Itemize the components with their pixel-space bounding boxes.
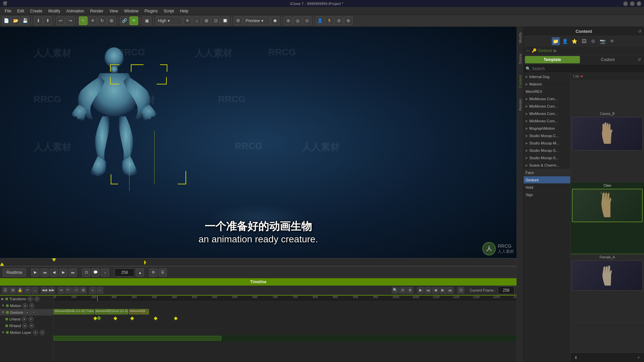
menu-edit[interactable]: Edit bbox=[14, 8, 27, 14]
clip-shout[interactable]: Werewolf@Shout (x1.00) Transition Curve bbox=[95, 309, 128, 314]
cat-hold[interactable]: Hold bbox=[524, 184, 570, 191]
eye-btn[interactable]: 👁 bbox=[129, 16, 138, 25]
next-keyframe-btn[interactable]: ⏭ bbox=[69, 268, 77, 277]
track-visible-gesture[interactable]: ● bbox=[24, 310, 30, 315]
tl-prev3-btn[interactable]: ◀ bbox=[432, 287, 439, 294]
cat-studiomocap-s1[interactable]: ▶ Studio Mocap-S... bbox=[524, 147, 570, 154]
settings-icon-btn[interactable]: ⚙ bbox=[589, 37, 597, 45]
tl-trim-btn[interactable]: ⊢ bbox=[65, 287, 72, 294]
menu-create[interactable]: Create bbox=[28, 8, 45, 14]
track-visible-rhand[interactable]: ● bbox=[22, 323, 28, 328]
track-lock-gesture[interactable]: ✕ bbox=[31, 310, 37, 315]
grid-view-btn[interactable]: ⊞ bbox=[202, 16, 211, 25]
cat-studiomocap-s2[interactable]: ▶ Studio Mocap-S... bbox=[524, 154, 570, 162]
track-lock-motion[interactable]: ✕ bbox=[29, 303, 35, 308]
track-visible-lhand[interactable]: ● bbox=[21, 316, 27, 322]
render-tab[interactable]: Render bbox=[518, 97, 523, 113]
settings-btn2[interactable]: ⚙ bbox=[234, 16, 243, 25]
track-visible-btn[interactable]: ● bbox=[28, 296, 33, 302]
clip-3[interactable]: Werewolf@... bbox=[129, 309, 149, 314]
bounce-btn[interactable]: 💬 bbox=[92, 268, 100, 277]
move-btn[interactable]: ✛ bbox=[88, 16, 97, 25]
cat-mixmoves2[interactable]: ▶ MixMoves Com... bbox=[524, 103, 570, 110]
cat-mixmoves3[interactable]: ▶ MixMoves Com... bbox=[524, 110, 570, 117]
menu-plugins[interactable]: Plugins bbox=[142, 8, 160, 14]
prev-keyframe-btn[interactable]: ⏮ bbox=[41, 268, 49, 277]
link-btn[interactable]: 🔗 bbox=[120, 16, 129, 25]
play-btn[interactable]: ▶ bbox=[31, 268, 39, 277]
frame-btn[interactable]: ⊡ bbox=[211, 16, 220, 25]
prev-frame-btn[interactable]: ◀ bbox=[50, 268, 58, 277]
tl-list-btn[interactable]: ☰ bbox=[2, 287, 9, 294]
frame-up-btn[interactable]: ▲ bbox=[136, 268, 144, 277]
tl-key-btn[interactable]: ⬦ bbox=[32, 287, 38, 294]
menu-view[interactable]: View bbox=[107, 8, 121, 14]
quality-dropdown[interactable]: High ▾ bbox=[156, 16, 182, 25]
save-btn[interactable]: 💾 bbox=[21, 16, 30, 25]
cat-studiomocap-c[interactable]: ▶ Studio Mocap-C... bbox=[524, 132, 570, 139]
tl-end-btn[interactable]: ⏭ bbox=[447, 287, 453, 294]
viewport[interactable]: 人人素材 RRCG 人人素材 RRCG RRCG 人人素材 RRCG 人人素材 … bbox=[0, 27, 517, 258]
search-input[interactable] bbox=[532, 66, 642, 71]
track-lock-rhand[interactable]: ✕ bbox=[29, 323, 34, 328]
minimize-btn[interactable]: — bbox=[623, 1, 628, 6]
menu-window[interactable]: Window bbox=[121, 8, 141, 14]
menu-file[interactable]: File bbox=[2, 8, 14, 14]
tl-lock-btn[interactable]: 🔒 bbox=[17, 287, 23, 294]
record-btn[interactable]: ⏺ bbox=[271, 16, 279, 25]
frame-number[interactable]: 258 bbox=[114, 268, 135, 277]
star-icon-btn[interactable]: ⭐ bbox=[571, 37, 579, 45]
camera-frame-btn[interactable]: ▣ bbox=[143, 16, 151, 25]
new-btn[interactable]: 📄 bbox=[2, 16, 11, 25]
home-btn[interactable]: ⌂ bbox=[193, 16, 201, 25]
tl-unlink-btn[interactable]: ✂ bbox=[24, 287, 31, 294]
import-btn[interactable]: ⬇ bbox=[34, 16, 43, 25]
menu-help[interactable]: Help bbox=[177, 8, 191, 14]
redo-btn[interactable]: ↪ bbox=[66, 16, 74, 25]
track-lock-motionlayer[interactable]: ✕ bbox=[40, 330, 45, 335]
tl-range-btn[interactable]: ⊡ bbox=[458, 287, 464, 294]
download-icon-btn[interactable]: ⬇ bbox=[573, 354, 579, 361]
char4-btn[interactable]: ⊛ bbox=[344, 16, 353, 25]
tl-split-btn[interactable]: ⊣ bbox=[72, 287, 79, 294]
tl-grid-btn[interactable]: ⊞ bbox=[9, 287, 16, 294]
cat-mographmotion[interactable]: ▶ MographMotion bbox=[524, 125, 570, 132]
custom-tab[interactable]: Custom bbox=[581, 56, 636, 63]
audio-btn[interactable]: ♪ bbox=[101, 268, 109, 277]
tl-remove-btn[interactable]: − bbox=[97, 287, 103, 294]
tl-play-btn[interactable]: ▶ bbox=[417, 287, 424, 294]
mocap2-btn[interactable]: ◎ bbox=[293, 16, 302, 25]
track-lock-btn[interactable]: ✕ bbox=[34, 296, 40, 302]
person-icon-btn[interactable]: 👤 bbox=[561, 37, 569, 45]
menu-script[interactable]: Script bbox=[161, 8, 177, 14]
add-icon-btn[interactable]: + bbox=[635, 354, 642, 361]
expand-icon-motionlayer[interactable]: ▼ bbox=[1, 330, 5, 334]
scene-tab[interactable]: Scene bbox=[518, 52, 523, 66]
clip-idle[interactable]: Werewolf@Idle (x1.00) Transition Curve bbox=[54, 309, 94, 314]
tl-zoom-out[interactable]: ⊕ bbox=[407, 287, 413, 294]
cat-mixmoves1[interactable]: ▶ MixMoves Com... bbox=[524, 95, 570, 103]
tl-zoom-in[interactable]: 🔍 bbox=[392, 287, 398, 294]
select-btn[interactable]: ↖ bbox=[79, 16, 88, 25]
rotate-btn[interactable]: ↻ bbox=[98, 16, 106, 25]
gesture-claw[interactable]: Claw bbox=[571, 182, 644, 254]
folder-icon-btn[interactable]: 📁 bbox=[552, 37, 560, 45]
char-btn[interactable]: 👤 bbox=[316, 16, 324, 25]
eye-icon-btn[interactable]: 👁 bbox=[608, 37, 616, 45]
close-btn[interactable]: ✕ bbox=[637, 1, 641, 6]
menu-modify[interactable]: Modify bbox=[46, 8, 63, 14]
expand-icon-motion[interactable]: ▼ bbox=[1, 304, 5, 307]
camera-icon-btn[interactable]: 📷 bbox=[599, 37, 607, 45]
menu-render[interactable]: Render bbox=[88, 8, 106, 14]
refresh-tabs-btn[interactable]: ↺ bbox=[636, 56, 643, 63]
timeline-toggle-btn[interactable]: ☰ bbox=[159, 268, 167, 277]
char2-btn[interactable]: 🏃 bbox=[325, 16, 334, 25]
modify-tab[interactable]: Modify bbox=[518, 30, 523, 45]
track-lock-lhand[interactable]: ✕ bbox=[28, 316, 34, 322]
cat-suave[interactable]: ▶ Suave & Charmi... bbox=[524, 162, 570, 169]
gesture-caress-b[interactable]: Caress_B bbox=[571, 111, 644, 182]
cat-maksim[interactable]: ▶ Maksim bbox=[524, 80, 570, 88]
expand-icon[interactable]: ▶ bbox=[1, 297, 4, 301]
current-frame-input[interactable]: 258 bbox=[498, 286, 515, 294]
undo-btn[interactable]: ↩ bbox=[56, 16, 65, 25]
